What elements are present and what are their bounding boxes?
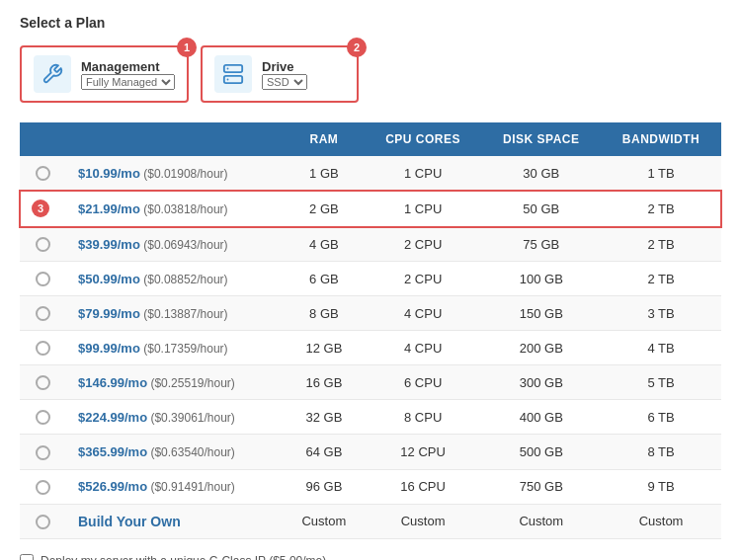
row-ram-cell: 4 GB xyxy=(284,227,365,262)
table-row[interactable]: Build Your OwnCustomCustomCustomCustom xyxy=(20,504,721,538)
row-disk-cell: 50 GB xyxy=(481,191,601,227)
option-card-management[interactable]: 1ManagementFully ManagedUnmanaged xyxy=(20,45,189,103)
price-detail: ($0.63540/hour) xyxy=(147,445,235,459)
footer-checkbox-row: Deploy my server with a unique C-Class I… xyxy=(20,554,721,560)
price-detail: ($0.08852/hour) xyxy=(140,273,228,286)
radio-button[interactable] xyxy=(36,341,50,356)
table-row[interactable]: $79.99/mo ($0.13887/hour)8 GB4 CPU150 GB… xyxy=(20,296,721,331)
col-bandwidth: BANDWIDTH xyxy=(601,122,721,156)
unique-ip-label: Deploy my server with a unique C-Class I… xyxy=(41,554,326,560)
row-radio-cell xyxy=(20,227,66,262)
row-price-cell: $39.99/mo ($0.06943/hour) xyxy=(66,227,284,262)
row-ram-cell: 96 GB xyxy=(284,469,365,504)
row-radio-cell xyxy=(20,400,66,435)
table-row[interactable]: $99.99/mo ($0.17359/hour)12 GB4 CPU200 G… xyxy=(20,331,721,365)
table-row[interactable]: $50.99/mo ($0.08852/hour)6 GB2 CPU100 GB… xyxy=(20,262,721,296)
row-cpu-cell: 1 CPU xyxy=(365,191,482,227)
row-ram-cell: 16 GB xyxy=(284,365,365,400)
row-radio-cell xyxy=(20,296,66,331)
price-detail: ($0.91491/hour) xyxy=(147,480,235,494)
row-bandwidth-cell: 2 TB xyxy=(601,227,721,262)
row-ram-cell: 12 GB xyxy=(284,331,365,365)
price-bold: $39.99/mo xyxy=(78,237,140,252)
row-disk-cell: 30 GB xyxy=(481,156,601,191)
row-bandwidth-cell: 1 TB xyxy=(601,156,721,191)
row-cpu-cell: 2 CPU xyxy=(365,262,482,296)
row-cpu-cell: 4 CPU xyxy=(365,296,482,331)
row-cpu-cell: 12 CPU xyxy=(365,435,482,469)
radio-button[interactable] xyxy=(36,375,50,390)
row-bandwidth-cell: 9 TB xyxy=(601,469,721,504)
row-bandwidth-cell: 2 TB xyxy=(601,191,721,227)
col-price xyxy=(66,122,284,156)
row-bandwidth-cell: Custom xyxy=(601,504,721,538)
card-badge: 1 xyxy=(177,38,197,57)
row-disk-cell: 750 GB xyxy=(481,469,601,504)
row-disk-cell: 500 GB xyxy=(481,435,601,469)
table-row[interactable]: $39.99/mo ($0.06943/hour)4 GB2 CPU75 GB2… xyxy=(20,227,721,262)
row-radio-cell: 3 xyxy=(20,191,66,227)
row-ram-cell: 64 GB xyxy=(284,435,365,469)
row-price-cell: Build Your Own xyxy=(66,504,284,538)
col-cpu: CPU CORES xyxy=(365,122,482,156)
price-bold: $50.99/mo xyxy=(78,272,140,286)
table-row[interactable]: $526.99/mo ($0.91491/hour)96 GB16 CPU750… xyxy=(20,469,721,504)
radio-button[interactable] xyxy=(36,410,50,425)
price-bold: $224.99/mo xyxy=(78,410,147,425)
radio-button[interactable] xyxy=(36,480,50,495)
row-price-cell: $526.99/mo ($0.91491/hour) xyxy=(66,469,284,504)
row-ram-cell: Custom xyxy=(284,504,365,538)
row-disk-cell: 200 GB xyxy=(481,331,601,365)
row-bandwidth-cell: 8 TB xyxy=(601,435,721,469)
row-cpu-cell: 16 CPU xyxy=(365,469,482,504)
price-detail: ($0.39061/hour) xyxy=(147,411,235,425)
row-radio-cell xyxy=(20,435,66,469)
row-price-cell: $99.99/mo ($0.17359/hour) xyxy=(66,331,284,365)
card-badge: 2 xyxy=(347,38,367,57)
price-bold: $99.99/mo xyxy=(78,341,140,356)
table-header: RAM CPU CORES DISK SPACE BANDWIDTH xyxy=(20,122,721,156)
option-cards-container: 1ManagementFully ManagedUnmanaged2DriveS… xyxy=(20,45,721,103)
row-cpu-cell: 6 CPU xyxy=(365,365,482,400)
radio-button[interactable] xyxy=(36,237,50,252)
table-row[interactable]: $10.99/mo ($0.01908/hour)1 GB1 CPU30 GB1… xyxy=(20,156,721,191)
row-radio-cell xyxy=(20,469,66,504)
table-row[interactable]: $365.99/mo ($0.63540/hour)64 GB12 CPU500… xyxy=(20,435,721,469)
radio-button[interactable] xyxy=(36,445,50,460)
card-drive-select[interactable]: SSDHDD xyxy=(262,74,307,90)
radio-button[interactable] xyxy=(36,515,50,529)
card-title: Management xyxy=(81,59,175,74)
row-bandwidth-cell: 4 TB xyxy=(601,331,721,365)
radio-button[interactable] xyxy=(36,306,50,321)
row-badge: 3 xyxy=(32,200,49,217)
table-row[interactable]: $224.99/mo ($0.39061/hour)32 GB8 CPU400 … xyxy=(20,400,721,435)
row-ram-cell: 8 GB xyxy=(284,296,365,331)
unique-ip-checkbox[interactable] xyxy=(20,554,34,560)
row-bandwidth-cell: 2 TB xyxy=(601,262,721,296)
row-ram-cell: 1 GB xyxy=(284,156,365,191)
row-disk-cell: 100 GB xyxy=(481,262,601,296)
row-radio-cell xyxy=(20,365,66,400)
row-bandwidth-cell: 3 TB xyxy=(601,296,721,331)
row-disk-cell: 75 GB xyxy=(481,227,601,262)
price-detail: ($0.25519/hour) xyxy=(147,376,235,390)
table-row[interactable]: 3$21.99/mo ($0.03818/hour)2 GB1 CPU50 GB… xyxy=(20,191,721,227)
col-disk: DISK SPACE xyxy=(481,122,601,156)
row-ram-cell: 32 GB xyxy=(284,400,365,435)
plans-tbody: $10.99/mo ($0.01908/hour)1 GB1 CPU30 GB1… xyxy=(20,156,721,538)
card-management-select[interactable]: Fully ManagedUnmanaged xyxy=(81,74,175,90)
price-bold: $10.99/mo xyxy=(78,166,140,181)
drive-icon xyxy=(214,55,252,93)
price-bold: $365.99/mo xyxy=(78,444,147,459)
table-row[interactable]: $146.99/mo ($0.25519/hour)16 GB6 CPU300 … xyxy=(20,365,721,400)
radio-button[interactable] xyxy=(36,272,50,286)
row-radio-cell xyxy=(20,331,66,365)
row-price-cell: $224.99/mo ($0.39061/hour) xyxy=(66,400,284,435)
row-radio-cell xyxy=(20,156,66,191)
price-detail: ($0.17359/hour) xyxy=(140,342,228,356)
svg-rect-1 xyxy=(224,76,242,83)
row-price-cell: $50.99/mo ($0.08852/hour) xyxy=(66,262,284,296)
price-detail: ($0.13887/hour) xyxy=(140,307,228,321)
radio-button[interactable] xyxy=(36,166,50,181)
option-card-drive[interactable]: 2DriveSSDHDD xyxy=(201,45,359,103)
